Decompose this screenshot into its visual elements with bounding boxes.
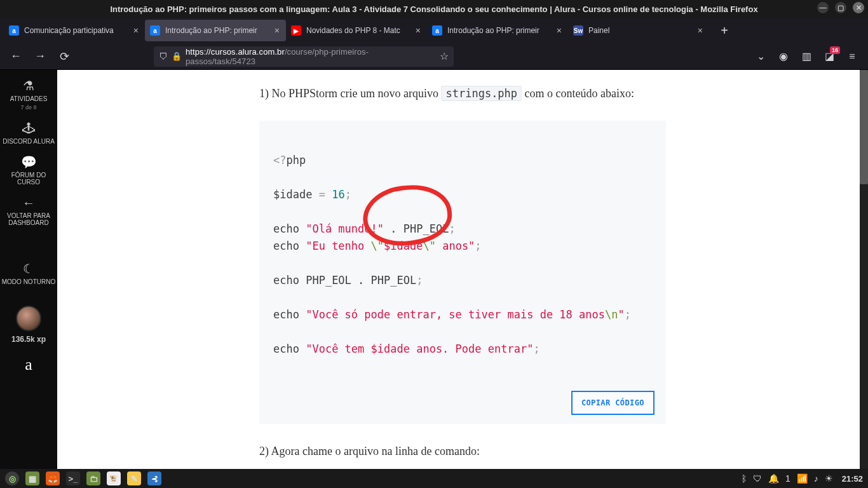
- tab-0[interactable]: a Comunicação participativa ×: [4, 20, 145, 41]
- tab-title: Painel: [588, 26, 691, 35]
- sidebar-item-dashboard[interactable]: ← VOLTAR PARA DASHBOARD: [0, 196, 57, 226]
- sidebar-item-label: FÓRUM DO CURSO: [0, 172, 57, 186]
- tab-1[interactable]: a Introdução ao PHP: primeir ×: [145, 20, 286, 41]
- url-text: https://cursos.alura.com.br/course/php-p…: [186, 47, 436, 66]
- sidebar-item-label: VOLTAR PARA DASHBOARD: [0, 212, 57, 226]
- new-tab-button[interactable]: +: [714, 20, 735, 41]
- extension-badge: 16: [830, 46, 840, 54]
- shield-icon[interactable]: 🛡: [753, 473, 762, 484]
- moon-icon: ☾: [23, 262, 34, 276]
- inline-code: strings.php: [441, 86, 522, 101]
- lock-icon[interactable]: 🔒: [172, 51, 182, 61]
- avatar[interactable]: [16, 306, 41, 331]
- wifi-icon[interactable]: 📶: [797, 473, 808, 484]
- firefox-icon[interactable]: 🦊: [46, 471, 60, 485]
- extension-icon[interactable]: ◪16: [822, 50, 836, 62]
- forward-button[interactable]: →: [31, 47, 50, 66]
- notification-icon[interactable]: 🔔: [768, 473, 779, 484]
- xp-counter: 136.5k xp: [11, 335, 46, 344]
- os-titlebar: Introdução ao PHP: primeiros passos com …: [0, 0, 868, 18]
- page-content: 1) No PHPStorm crie um novo arquivo stri…: [57, 70, 868, 469]
- library-icon[interactable]: ▥: [799, 50, 813, 62]
- window-maximize-icon[interactable]: ▢: [835, 2, 846, 13]
- favicon-alura-icon: a: [9, 25, 19, 36]
- tab-close-icon[interactable]: ×: [696, 25, 704, 36]
- menu-icon[interactable]: ≡: [845, 51, 859, 62]
- tab-close-icon[interactable]: ×: [414, 25, 422, 36]
- os-taskbar: ◎ ▦ 🦊 >_ 🗀 🐮 ✎ ⊰ ᛒ 🛡 🔔 1 📶 ♪ ☀ 21:52: [0, 469, 868, 488]
- window-title: Introdução ao PHP: primeiros passos com …: [110, 4, 757, 14]
- back-arrow-icon: ←: [22, 196, 35, 210]
- back-button[interactable]: ←: [6, 47, 25, 66]
- sidebar-item-sub: 7 de 8: [20, 105, 36, 111]
- tab-close-icon[interactable]: ×: [555, 25, 563, 36]
- favicon-alura-icon: a: [150, 25, 160, 36]
- brightness-icon[interactable]: ☀: [825, 473, 833, 484]
- mint-menu-icon[interactable]: ◎: [5, 471, 19, 485]
- copy-code-button[interactable]: COPIAR CÓDIGO: [571, 391, 654, 415]
- scrollbar-thumb[interactable]: [860, 70, 868, 184]
- account-icon[interactable]: ◉: [776, 50, 790, 62]
- wifi-label: 1: [785, 473, 790, 484]
- folder-icon[interactable]: 🗀: [86, 471, 100, 485]
- tab-title: Introdução ao PHP: primeir: [447, 26, 550, 35]
- favicon-youtube-icon: ▶: [291, 25, 301, 36]
- tab-title: Comunicação participativa: [24, 26, 127, 35]
- clock[interactable]: 21:52: [842, 474, 863, 484]
- url-bar[interactable]: ⛉ 🔒 https://cursos.alura.com.br/course/p…: [154, 46, 454, 67]
- tab-2[interactable]: ▶ Novidades do PHP 8 - Matc ×: [286, 20, 427, 41]
- sidebar-item-label: MODO NOTURNO: [2, 278, 55, 285]
- code-block-1: <?php $idade = 16; echo "Olá mundo!" . P…: [259, 121, 666, 424]
- window-minimize-icon[interactable]: —: [817, 2, 829, 13]
- browser-viewport: ⚗ ATIVIDADES 7 de 8 🕹 DISCORD ALURA 💬 FÓ…: [0, 70, 868, 469]
- tab-title: Introdução ao PHP: primeir: [165, 26, 268, 35]
- notes-icon[interactable]: ✎: [127, 471, 141, 485]
- files-icon[interactable]: ▦: [25, 471, 39, 485]
- bookmark-star-icon[interactable]: ☆: [440, 50, 449, 62]
- window-close-icon[interactable]: ✕: [853, 2, 864, 13]
- sidebar-item-forum[interactable]: 💬 FÓRUM DO CURSO: [0, 155, 57, 186]
- sidebar-item-discord[interactable]: 🕹 DISCORD ALURA: [3, 121, 55, 145]
- vscode-icon[interactable]: ⊰: [147, 471, 161, 485]
- discord-icon: 🕹: [22, 121, 35, 135]
- tab-4[interactable]: Sw Painel ×: [568, 20, 709, 41]
- favicon-generic-icon: Sw: [573, 25, 583, 36]
- forum-icon: 💬: [21, 155, 37, 169]
- tab-close-icon[interactable]: ×: [273, 25, 281, 36]
- scrollbar[interactable]: [860, 70, 868, 469]
- sidebar-item-label: DISCORD ALURA: [3, 138, 55, 145]
- reload-button[interactable]: ⟳: [55, 47, 74, 66]
- terminal-icon[interactable]: >_: [66, 471, 80, 485]
- cow-icon[interactable]: 🐮: [107, 471, 121, 485]
- alura-sidebar: ⚗ ATIVIDADES 7 de 8 🕹 DISCORD ALURA 💬 FÓ…: [0, 70, 57, 469]
- alura-logo[interactable]: a: [25, 355, 32, 374]
- browser-navbar: ← → ⟳ ⛉ 🔒 https://cursos.alura.com.br/co…: [0, 43, 868, 70]
- flask-icon: ⚗: [23, 79, 34, 93]
- bluetooth-icon[interactable]: ᛒ: [742, 473, 747, 484]
- sound-icon[interactable]: ♪: [814, 473, 818, 484]
- tracking-shield-icon[interactable]: ⛉: [159, 51, 168, 62]
- browser-tabbar: a Comunicação participativa × a Introduç…: [0, 18, 868, 43]
- step2-text: 2) Agora chame o arquivo na linha de com…: [259, 443, 666, 461]
- tab-3[interactable]: a Introdução ao PHP: primeir ×: [427, 20, 568, 41]
- sidebar-item-atividades[interactable]: ⚗ ATIVIDADES 7 de 8: [10, 79, 48, 111]
- tab-close-icon[interactable]: ×: [132, 25, 140, 36]
- step1-text: 1) No PHPStorm crie um novo arquivo stri…: [259, 85, 666, 103]
- sidebar-item-night[interactable]: ☾ MODO NOTURNO: [2, 262, 55, 285]
- favicon-alura-icon: a: [432, 25, 442, 36]
- sidebar-item-label: ATIVIDADES: [10, 95, 48, 102]
- pocket-icon[interactable]: ⌄: [754, 50, 768, 62]
- tab-title: Novidades do PHP 8 - Matc: [306, 26, 409, 35]
